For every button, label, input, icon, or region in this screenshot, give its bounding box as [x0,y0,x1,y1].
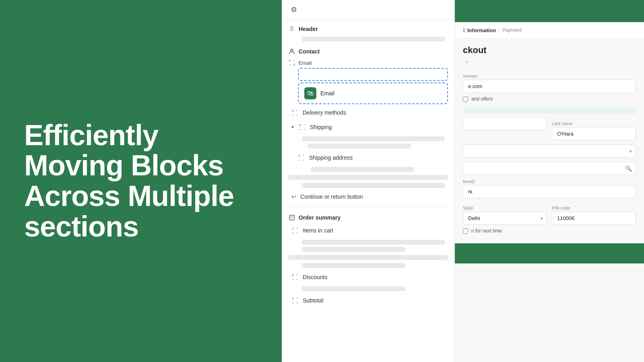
corner-bracket-icon5 [291,227,299,234]
corner-bracket-icon4 [298,154,305,161]
last-name-input[interactable] [552,127,636,140]
state-label: State [463,206,547,210]
header-label: Header [299,26,318,32]
newsletter-checkbox[interactable] [463,97,468,102]
chevron-down-icon: ▾ [291,124,294,130]
discounts-placeholder [302,286,405,291]
custom-message-box[interactable]: 🛍 Email [298,82,448,104]
corner-bracket-icon6 [291,274,299,281]
email-field-row: Email [282,57,454,67]
continue-return-label: Continue or return button [300,193,363,200]
last-name-col: Last name [552,117,636,140]
list-icon [288,214,295,221]
gear-icon[interactable]: ⚙ [288,4,299,15]
editor-sidebar: ⚙ ⠿ Header Contact Email 🛍 Email [282,0,455,362]
pin-col: PIN code [552,202,636,225]
items-placeholder2 [302,247,405,252]
search-icon: 🔍 [625,165,632,172]
section-order-summary: Order summary [282,210,454,223]
save-info-checkbox[interactable] [463,228,468,234]
separator-bar2 [302,183,445,188]
state-select[interactable]: Delhi [463,212,547,225]
pin-label: PIN code [552,206,636,210]
address-search-input[interactable] [463,162,636,175]
country-select-wrapper: ▾ [463,144,636,158]
information-breadcrumb[interactable]: Information [467,27,496,33]
shipping-address-item[interactable]: Shipping address [291,151,451,165]
shipping-placeholder2 [308,144,411,148]
save-info-row: n for next time [463,225,636,237]
svg-point-0 [291,49,293,51]
info-icon: ℹ [463,27,465,33]
newsletter-row: and offers [463,93,636,105]
items-separator [288,255,448,260]
section-separator1 [288,206,448,207]
custom-message-icon: 🛍 [304,87,316,99]
corner-bracket-icon2 [291,109,299,116]
continue-return-item[interactable]: ↩ Continue or return button [285,190,451,203]
name-form-row: Last name [463,117,636,140]
breadcrumb-chevron-icon: › [499,28,500,33]
state-pin-row: State Delhi ▾ PIN code [463,202,636,225]
header-placeholder [302,37,445,41]
newsletter-label: and offers [471,96,493,102]
email-form-value: e.com [463,80,636,93]
checkout-title: ckout [455,39,644,59]
return-icon: ↩ [291,193,296,200]
payment-breadcrumb[interactable]: Payment [502,27,521,33]
items-in-cart-item[interactable]: Items in cart [285,224,451,237]
delivery-methods-item[interactable]: Delivery methods [285,106,451,119]
svg-rect-1 [289,215,294,220]
custom-message-label: Email [320,90,334,97]
payment-link[interactable]: › [455,59,644,70]
email-label: Email [299,60,312,66]
discounts-label: Discounts [303,274,327,280]
save-info-label: n for next time [471,228,502,234]
email-dashed-placeholder [298,68,448,81]
editor-top-bar: ⚙ [282,0,454,20]
corner-bracket-icon3 [299,123,306,131]
left-panel: Efficiently Moving Blocks Across Multipl… [0,0,282,362]
green-highlight-box [463,107,636,114]
checkout-top-bar [455,0,644,22]
contact-label: Contact [299,48,320,55]
address-search-wrapper: 🔍 [463,162,636,175]
shipping-item[interactable]: ▾ Shipping [285,120,451,134]
separator-bar1 [288,175,448,180]
first-name-col [463,117,547,140]
address-optional-row: tional) [463,179,636,198]
email-form-label: number [463,74,636,78]
country-row: ▾ [463,144,636,158]
delivery-methods-label: Delivery methods [303,109,346,116]
person-icon [288,48,295,55]
state-select-wrapper: Delhi ▾ [463,212,547,225]
shipping-address-label: Shipping address [309,154,353,161]
discounts-item[interactable]: Discounts [285,270,451,284]
country-select[interactable] [463,144,636,158]
state-col: State Delhi ▾ [463,202,547,225]
last-name-label: Last name [552,121,636,126]
order-summary-label: Order summary [299,214,341,221]
corner-bracket-icon7 [291,297,299,304]
shipping-address-placeholder [311,167,414,172]
checkout-form: number e.com and offers Last name ▾ [455,74,644,237]
items-placeholder1 [302,240,445,245]
items-placeholder3 [302,263,405,268]
shipping-placeholder1 [302,136,445,141]
bottom-green-bar [455,243,644,263]
right-panel: ℹ Information › Payment ckout › number e… [455,0,644,362]
hero-text: Efficiently Moving Blocks Across Multipl… [24,120,258,242]
breadcrumb-bar: ℹ Information › Payment [455,22,644,39]
shipping-label: Shipping [310,124,332,130]
address-search-row: 🔍 [463,162,636,175]
drag-icon: ⠿ [288,25,295,33]
address-optional-label: tional) [463,179,636,184]
items-in-cart-label: Items in cart [303,227,333,234]
address-optional-input[interactable] [463,185,636,198]
corner-bracket-icon [288,59,295,66]
section-contact: Contact [282,44,454,57]
subtotal-item[interactable]: Subtotal [285,294,451,307]
section-header: ⠿ Header [282,21,454,34]
pin-input[interactable] [552,212,636,225]
first-name-input[interactable] [463,117,547,130]
